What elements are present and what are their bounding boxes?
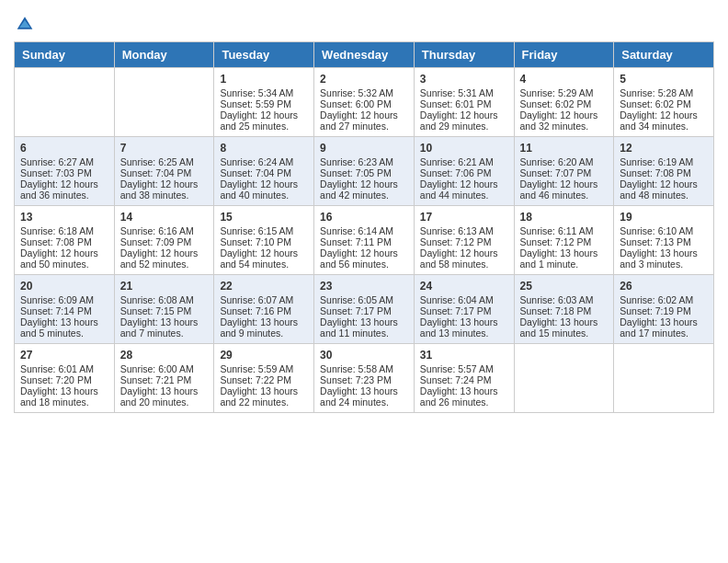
day-info-line: Sunset: 7:08 PM (620, 167, 708, 178)
day-info-line: Daylight: 12 hours (120, 247, 209, 259)
day-info-line: Daylight: 12 hours (320, 247, 408, 259)
day-info-line: Daylight: 13 hours (120, 316, 209, 327)
calendar-week-3: 13Sunrise: 6:18 AMSunset: 7:08 PMDayligh… (15, 206, 714, 275)
logo-icon (16, 14, 34, 32)
calendar-cell: 21Sunrise: 6:08 AMSunset: 7:15 PMDayligh… (114, 275, 214, 344)
day-info-line: Sunrise: 5:31 AM (420, 87, 508, 98)
day-number: 14 (120, 211, 209, 224)
day-info-line: Sunset: 6:00 PM (320, 98, 408, 109)
calendar-cell: 2Sunrise: 5:32 AMSunset: 6:00 PMDaylight… (314, 68, 415, 137)
day-info-line: Sunrise: 6:14 AM (320, 225, 408, 236)
calendar-cell (514, 344, 614, 413)
day-number: 6 (20, 142, 108, 155)
day-info-line: Sunrise: 6:25 AM (120, 156, 209, 167)
day-number: 4 (520, 73, 609, 86)
calendar-cell: 31Sunrise: 5:57 AMSunset: 7:24 PMDayligh… (414, 344, 514, 413)
weekday-header-sunday: Sunday (15, 42, 115, 68)
calendar-cell: 16Sunrise: 6:14 AMSunset: 7:11 PMDayligh… (314, 206, 415, 275)
day-info-line: Sunset: 7:19 PM (620, 305, 708, 316)
day-info-line: Sunrise: 6:08 AM (120, 294, 209, 305)
day-number: 8 (220, 142, 308, 155)
day-number: 7 (120, 142, 209, 155)
day-info-line: and 20 minutes. (120, 396, 209, 408)
day-info-line: Daylight: 12 hours (420, 109, 508, 121)
calendar-header-row: SundayMondayTuesdayWednesdayThursdayFrid… (15, 42, 714, 68)
calendar-cell: 22Sunrise: 6:07 AMSunset: 7:16 PMDayligh… (214, 275, 314, 344)
day-info-line: and 1 minute. (520, 259, 609, 270)
day-number: 25 (520, 280, 609, 293)
day-info-line: Daylight: 13 hours (120, 385, 209, 396)
day-number: 26 (620, 280, 708, 293)
day-number: 13 (20, 211, 108, 224)
day-info-line: Sunrise: 6:27 AM (20, 156, 108, 167)
weekday-header-thursday: Thursday (414, 42, 514, 68)
day-info-line: Sunrise: 5:29 AM (520, 87, 609, 98)
day-info-line: Sunrise: 6:10 AM (620, 225, 708, 236)
day-info-line: Sunrise: 6:20 AM (520, 156, 609, 167)
calendar-cell: 18Sunrise: 6:11 AMSunset: 7:12 PMDayligh… (514, 206, 614, 275)
day-info-line: and 9 minutes. (220, 327, 308, 339)
day-info-line: Daylight: 12 hours (420, 247, 508, 259)
calendar-week-2: 6Sunrise: 6:27 AMSunset: 7:03 PMDaylight… (15, 137, 714, 206)
day-info-line: Sunset: 7:22 PM (220, 374, 308, 385)
day-number: 19 (620, 211, 708, 224)
day-info-line: Sunset: 7:24 PM (420, 374, 508, 385)
day-info-line: Daylight: 13 hours (320, 385, 408, 396)
day-info-line: Sunset: 7:17 PM (320, 305, 408, 316)
calendar-cell (614, 344, 714, 413)
calendar-cell: 3Sunrise: 5:31 AMSunset: 6:01 PMDaylight… (414, 68, 514, 137)
calendar-cell (114, 68, 214, 137)
day-number: 11 (520, 142, 609, 155)
day-info-line: Daylight: 12 hours (220, 247, 308, 259)
day-info-line: Sunset: 7:14 PM (20, 305, 108, 316)
day-info-line: Daylight: 13 hours (220, 385, 308, 396)
calendar-cell: 12Sunrise: 6:19 AMSunset: 7:08 PMDayligh… (614, 137, 714, 206)
day-info-line: and 34 minutes. (620, 121, 708, 132)
day-info-line: Daylight: 12 hours (620, 109, 708, 121)
day-info-line: Sunrise: 6:18 AM (20, 225, 108, 236)
day-info-line: Daylight: 12 hours (520, 178, 609, 190)
day-info-line: Sunset: 7:16 PM (220, 305, 308, 316)
day-info-line: Sunset: 7:03 PM (20, 167, 108, 178)
day-number: 27 (20, 349, 108, 362)
day-info-line: and 24 minutes. (320, 396, 408, 408)
day-info-line: Sunset: 7:11 PM (320, 236, 408, 247)
day-info-line: Sunset: 7:17 PM (420, 305, 508, 316)
day-info-line: Daylight: 12 hours (120, 178, 209, 190)
day-info-line: Daylight: 13 hours (20, 316, 108, 327)
day-info-line: Sunrise: 5:59 AM (220, 363, 308, 374)
day-info-line: Sunrise: 6:23 AM (320, 156, 408, 167)
day-info-line: Sunset: 7:23 PM (320, 374, 408, 385)
day-info-line: and 48 minutes. (620, 190, 708, 201)
day-info-line: Sunrise: 5:57 AM (420, 363, 508, 374)
day-info-line: Daylight: 12 hours (20, 247, 108, 259)
day-number: 2 (320, 73, 408, 86)
calendar-cell: 17Sunrise: 6:13 AMSunset: 7:12 PMDayligh… (414, 206, 514, 275)
weekday-header-wednesday: Wednesday (314, 42, 415, 68)
day-info-line: Sunrise: 6:04 AM (420, 294, 508, 305)
calendar-table: SundayMondayTuesdayWednesdayThursdayFrid… (14, 41, 714, 413)
day-info-line: and 42 minutes. (320, 190, 408, 201)
day-info-line: and 22 minutes. (220, 396, 308, 408)
day-info-line: Sunset: 7:10 PM (220, 236, 308, 247)
day-info-line: Daylight: 12 hours (220, 109, 308, 121)
calendar-cell: 23Sunrise: 6:05 AMSunset: 7:17 PMDayligh… (314, 275, 415, 344)
calendar-week-1: 1Sunrise: 5:34 AMSunset: 5:59 PMDaylight… (15, 68, 714, 137)
day-info-line: Daylight: 12 hours (20, 178, 108, 190)
day-info-line: Sunset: 6:02 PM (520, 98, 609, 109)
calendar-cell: 4Sunrise: 5:29 AMSunset: 6:02 PMDaylight… (514, 68, 614, 137)
day-info-line: and 52 minutes. (120, 259, 209, 270)
day-info-line: Sunrise: 6:11 AM (520, 225, 609, 236)
calendar-cell: 14Sunrise: 6:16 AMSunset: 7:09 PMDayligh… (114, 206, 214, 275)
calendar-cell (15, 68, 115, 137)
day-info-line: Daylight: 12 hours (320, 109, 408, 121)
day-info-line: Daylight: 12 hours (620, 178, 708, 190)
day-info-line: Daylight: 13 hours (520, 247, 609, 259)
day-info-line: Sunrise: 6:01 AM (20, 363, 108, 374)
day-info-line: and 3 minutes. (620, 259, 708, 270)
day-info-line: Sunset: 6:02 PM (620, 98, 708, 109)
day-info-line: and 40 minutes. (220, 190, 308, 201)
day-info-line: Sunset: 7:15 PM (120, 305, 209, 316)
day-info-line: Daylight: 13 hours (220, 316, 308, 327)
day-number: 16 (320, 211, 408, 224)
